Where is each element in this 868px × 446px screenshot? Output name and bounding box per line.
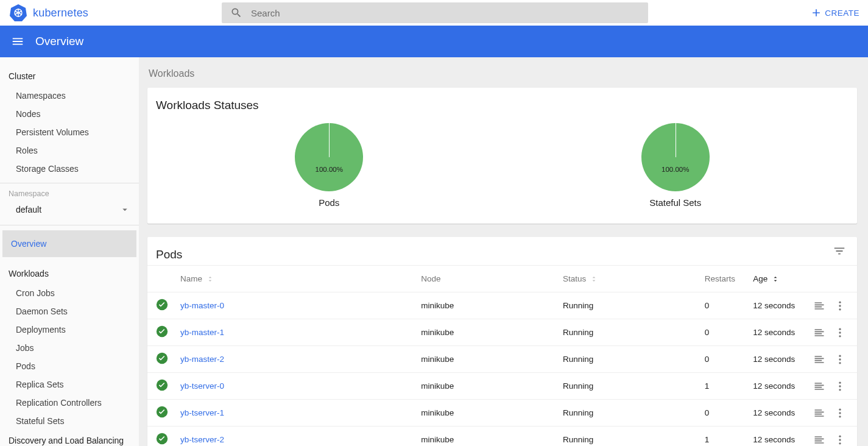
cell-status: Running [557, 427, 699, 446]
cell-node: minikube [415, 292, 557, 319]
sidebar-item-overview[interactable]: Overview [2, 230, 136, 257]
col-header-age[interactable]: Age [747, 266, 807, 292]
col-header-node[interactable]: Node [415, 266, 557, 292]
more-icon[interactable] [834, 380, 846, 392]
pods-card-title: Pods [147, 237, 191, 265]
chart-name: Stateful Sets [641, 197, 710, 208]
sidebar-item-roles[interactable]: Roles [0, 141, 139, 160]
col-header-name[interactable]: Name [174, 266, 415, 292]
workloads-statuses-title: Workloads Statuses [147, 88, 857, 116]
cell-node: minikube [415, 427, 557, 446]
sidebar-section-workloads[interactable]: Workloads [0, 263, 139, 284]
status-chart-stateful-sets: 100.00%Stateful Sets [641, 123, 710, 208]
sidebar-item-namespaces[interactable]: Namespaces [0, 87, 139, 105]
logs-icon[interactable] [813, 380, 825, 392]
sidebar-section-cluster[interactable]: Cluster [0, 66, 139, 87]
sidebar-divider [0, 225, 139, 225]
sidebar-item-deployments[interactable]: Deployments [0, 320, 139, 339]
status-chart-pods: 100.00%Pods [295, 123, 363, 208]
status-ok-icon [156, 325, 168, 338]
pie-chart: 100.00% [295, 123, 363, 191]
search-input[interactable] [251, 8, 640, 18]
logs-icon[interactable] [813, 353, 825, 366]
menu-icon[interactable] [11, 35, 24, 48]
sort-icon [206, 275, 214, 283]
sidebar-item-replication-controllers[interactable]: Replication Controllers [0, 394, 139, 412]
more-icon[interactable] [834, 300, 846, 312]
cell-status: Running [557, 400, 699, 427]
namespace-select[interactable]: default [0, 200, 139, 220]
workloads-statuses-card: Workloads Statuses 100.00%Pods100.00%Sta… [147, 88, 857, 224]
blue-bar: Overview [0, 26, 868, 57]
sidebar-item-daemon-sets[interactable]: Daemon Sets [0, 302, 139, 320]
pod-link[interactable]: yb-master-2 [180, 355, 224, 364]
sidebar-item-persistent-volumes[interactable]: Persistent Volumes [0, 123, 139, 141]
cell-age: 12 seconds [747, 292, 807, 319]
logs-icon[interactable] [813, 407, 825, 419]
status-ok-icon [156, 433, 168, 445]
sidebar-item-storage-classes[interactable]: Storage Classes [0, 160, 139, 178]
namespace-value: default [16, 205, 41, 214]
search-box[interactable] [222, 2, 648, 23]
cell-restarts: 0 [699, 400, 747, 427]
pod-link[interactable]: yb-tserver-2 [180, 435, 224, 444]
cell-age: 12 seconds [747, 373, 807, 400]
chevron-down-icon [119, 204, 130, 215]
cell-age: 12 seconds [747, 427, 807, 446]
pods-card: Pods Name Node Status [147, 237, 857, 446]
logs-icon[interactable] [813, 327, 825, 339]
sidebar-section-discovery[interactable]: Discovery and Load Balancing [0, 430, 139, 446]
sidebar-item-replica-sets[interactable]: Replica Sets [0, 375, 139, 394]
table-row: yb-tserver-2minikubeRunning112 seconds [147, 427, 857, 446]
more-icon[interactable] [834, 407, 846, 419]
chart-name: Pods [295, 197, 363, 208]
cell-age: 12 seconds [747, 400, 807, 427]
sidebar-item-nodes[interactable]: Nodes [0, 105, 139, 123]
cell-status: Running [557, 346, 699, 373]
table-row: yb-tserver-1minikubeRunning012 seconds [147, 400, 857, 427]
brand-label: kubernetes [33, 7, 88, 19]
sidebar: Cluster NamespacesNodesPersistent Volume… [0, 57, 139, 446]
status-ok-icon [156, 352, 168, 364]
more-icon[interactable] [834, 434, 846, 446]
cell-restarts: 0 [699, 292, 747, 319]
pod-link[interactable]: yb-tserver-0 [180, 381, 224, 391]
cell-restarts: 0 [699, 346, 747, 373]
pod-link[interactable]: yb-master-1 [180, 328, 224, 337]
create-button[interactable]: CREATE [810, 7, 859, 19]
more-icon[interactable] [834, 327, 846, 339]
col-header-status[interactable]: Status [557, 266, 699, 292]
table-row: yb-master-1minikubeRunning012 seconds [147, 319, 857, 346]
cell-restarts: 0 [699, 319, 747, 346]
more-icon[interactable] [834, 353, 846, 366]
cell-node: minikube [415, 346, 557, 373]
filter-icon[interactable] [833, 244, 846, 258]
sidebar-item-stateful-sets[interactable]: Stateful Sets [0, 412, 139, 430]
pods-table: Name Node Status Restarts Age [147, 265, 857, 446]
sidebar-item-cron-jobs[interactable]: Cron Jobs [0, 284, 139, 302]
sort-icon [771, 275, 780, 283]
page-title: Overview [35, 35, 83, 48]
sidebar-item-pods[interactable]: Pods [0, 357, 139, 375]
cell-age: 12 seconds [747, 319, 807, 346]
cell-restarts: 1 [699, 427, 747, 446]
cell-node: minikube [415, 319, 557, 346]
sidebar-item-jobs[interactable]: Jobs [0, 339, 139, 357]
pie-percent: 100.00% [295, 166, 363, 173]
cell-restarts: 1 [699, 373, 747, 400]
col-header-restarts[interactable]: Restarts [699, 266, 747, 292]
namespace-label: Namespace [0, 188, 139, 200]
logs-icon[interactable] [813, 300, 825, 312]
cell-status: Running [557, 292, 699, 319]
plus-icon [810, 7, 822, 19]
search-icon [230, 7, 242, 19]
content: Workloads Workloads Statuses 100.00%Pods… [139, 57, 868, 446]
brand[interactable]: kubernetes [9, 3, 222, 23]
pod-link[interactable]: yb-tserver-1 [180, 408, 224, 417]
logs-icon[interactable] [813, 434, 825, 446]
table-row: yb-master-2minikubeRunning012 seconds [147, 346, 857, 373]
sort-icon [590, 275, 598, 283]
pod-link[interactable]: yb-master-0 [180, 301, 224, 310]
sidebar-divider [0, 183, 139, 183]
table-row: yb-master-0minikubeRunning012 seconds [147, 292, 857, 319]
